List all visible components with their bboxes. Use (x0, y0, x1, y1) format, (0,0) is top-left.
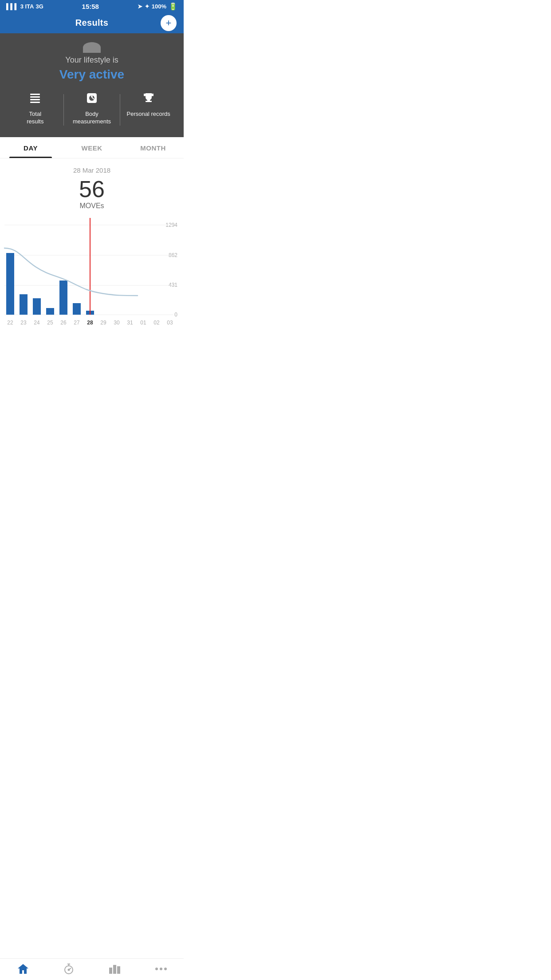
carrier: 3 ITA (20, 3, 34, 10)
svg-text:28: 28 (87, 320, 93, 326)
bar-23 (20, 294, 28, 315)
svg-text:23: 23 (20, 320, 27, 326)
battery-icon: 🔋 (169, 2, 177, 11)
svg-text:431: 431 (169, 282, 177, 288)
location-icon: ➤ (138, 3, 142, 10)
battery-label: 100% (152, 3, 166, 10)
chart-value: 56 (0, 177, 184, 202)
list-icon (28, 91, 42, 107)
time-tabs: DAY WEEK MONTH (0, 137, 184, 158)
bar-27 (73, 303, 81, 315)
svg-text:0: 0 (174, 312, 177, 318)
svg-text:26: 26 (60, 320, 67, 326)
svg-text:31: 31 (127, 320, 133, 326)
total-results-label: Totalresults (27, 111, 43, 126)
svg-text:30: 30 (114, 320, 120, 326)
lifestyle-label: Your lifestyle is (7, 55, 177, 65)
bar-25 (46, 308, 54, 315)
svg-rect-2 (30, 99, 40, 100)
svg-text:24: 24 (34, 320, 40, 326)
hero-section: Your lifestyle is Very active Totalresul… (0, 33, 184, 137)
bar-22 (6, 253, 14, 315)
svg-text:02: 02 (153, 320, 160, 326)
personal-records-button[interactable]: Personal records (120, 91, 177, 118)
status-left: ▌▌▌ 3 ITA 3G (6, 3, 43, 10)
chart-wrapper: 1294 862 431 0 (0, 218, 184, 344)
body-measurements-button[interactable]: Bodymeasurements (64, 91, 120, 126)
svg-text:25: 25 (47, 320, 53, 326)
bar-chart: 1294 862 431 0 (0, 218, 184, 342)
signal-icon: ▌▌▌ (6, 3, 19, 10)
status-right: ➤ ✦ 100% 🔋 (138, 2, 177, 11)
status-time: 15:58 (82, 3, 99, 10)
bluetooth-icon: ✦ (145, 3, 150, 10)
personal-records-label: Personal records (127, 111, 170, 118)
avatar-area (7, 42, 177, 53)
svg-text:29: 29 (100, 320, 106, 326)
chart-area: 28 Mar 2018 56 MOVEs 1294 862 431 0 (0, 158, 184, 344)
tab-week[interactable]: WEEK (61, 137, 122, 158)
svg-rect-3 (30, 102, 40, 103)
svg-text:22: 22 (7, 320, 13, 326)
total-results-button[interactable]: Totalresults (7, 91, 63, 126)
tab-month[interactable]: MONTH (122, 137, 184, 158)
svg-rect-1 (30, 96, 40, 98)
chart-unit: MOVEs (0, 202, 184, 210)
page-title: Results (75, 18, 108, 28)
status-bar: ▌▌▌ 3 ITA 3G 15:58 ➤ ✦ 100% 🔋 (0, 0, 184, 12)
avatar (83, 42, 101, 53)
trophy-icon (142, 91, 155, 107)
svg-rect-8 (147, 99, 150, 101)
network-type: 3G (35, 3, 43, 10)
chart-date: 28 Mar 2018 (0, 166, 184, 174)
app-header: Results + (0, 12, 184, 33)
add-button[interactable]: + (161, 15, 177, 31)
lifestyle-value: Very active (7, 67, 177, 82)
svg-rect-9 (146, 101, 152, 102)
body-measurements-label: Bodymeasurements (73, 111, 111, 126)
svg-text:01: 01 (140, 320, 146, 326)
bar-26 (59, 281, 67, 315)
tab-day[interactable]: DAY (0, 137, 61, 158)
category-icons-row: Totalresults Bodymeasurements (7, 91, 177, 126)
svg-text:27: 27 (74, 320, 80, 326)
bar-24 (33, 298, 41, 315)
scale-icon (85, 91, 98, 107)
svg-text:03: 03 (167, 320, 173, 326)
svg-rect-0 (30, 94, 40, 95)
